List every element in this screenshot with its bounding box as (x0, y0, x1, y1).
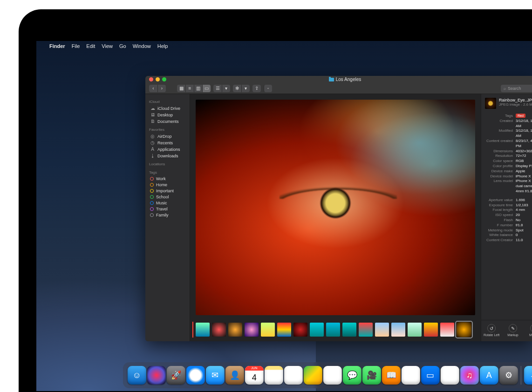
view-gallery-button[interactable]: ▭ (202, 85, 211, 92)
menu-app[interactable]: Finder (49, 43, 65, 49)
thumbnail[interactable] (342, 323, 356, 337)
sidebar-item-icloud-drive[interactable]: ☁iCloud Drive (148, 105, 187, 111)
action-group: ✻ ▾ (233, 85, 250, 92)
dock-notes[interactable] (265, 366, 283, 385)
metadata-block-2: Aperture value1.696Exposure time1/2,183F… (481, 198, 532, 243)
sidebar-tag-important[interactable]: Important (148, 188, 187, 194)
thumbnail[interactable] (375, 323, 389, 337)
sidebar-item-recents[interactable]: ◷Recents (148, 140, 187, 146)
markup-button[interactable]: ✎ Markup (505, 324, 521, 337)
arrange-button[interactable]: ☰ (213, 85, 222, 92)
menu-go[interactable]: Go (119, 43, 126, 49)
thumbnail[interactable] (440, 323, 454, 337)
sidebar-tag-work[interactable]: Work (148, 176, 187, 182)
thumbnail[interactable] (196, 323, 210, 337)
view-columns-button[interactable]: ▥ (194, 85, 202, 92)
image-preview[interactable] (196, 100, 475, 315)
dock-calendar[interactable]: JUN4 (245, 366, 264, 385)
dock-contacts[interactable]: 👤 (225, 366, 244, 385)
dock-downloads[interactable]: ⬇ (524, 366, 532, 385)
thumbnail[interactable] (245, 323, 259, 337)
sidebar-heading-favorites: Favorites (148, 128, 187, 132)
more-icon: ⋯ (530, 324, 532, 332)
thumbnail[interactable] (391, 323, 405, 337)
sidebar: iCloud ☁iCloud Drive 🖥Desktop 🗎Documents… (145, 94, 190, 341)
dock-launchpad[interactable]: 🚀 (167, 366, 185, 385)
appstore-icon: A (486, 371, 492, 380)
dock-news[interactable]: N (441, 366, 459, 385)
sidebar-item-label: Applications (157, 147, 180, 152)
arrange-menu[interactable]: ▾ (222, 85, 230, 92)
dock-appstore[interactable]: A (480, 366, 498, 385)
thumbnail[interactable] (408, 323, 422, 337)
sidebar-tag-school[interactable]: School (148, 194, 187, 200)
window-title: Los Angeles (329, 77, 361, 82)
filmstrip[interactable] (190, 321, 481, 341)
dock-preferences[interactable]: ⚙ (499, 366, 518, 385)
sidebar-item-label: Important (156, 189, 174, 193)
close-button[interactable] (149, 77, 153, 81)
dock-photos[interactable]: ✿ (323, 366, 342, 385)
back-button[interactable]: ‹ (149, 85, 157, 92)
dock-reminders[interactable]: ☑ (284, 366, 303, 385)
zoom-button[interactable] (162, 77, 166, 81)
thumbnail[interactable] (424, 323, 438, 337)
dock-finder[interactable]: ☺ (128, 366, 146, 385)
menu-window[interactable]: Window (133, 43, 151, 49)
action-menu[interactable]: ▾ (241, 85, 250, 92)
preferences-icon: ⚙ (505, 370, 512, 380)
dock-mail[interactable]: ✉ (206, 366, 225, 385)
dock-safari[interactable] (186, 366, 205, 385)
thumbnail-selected[interactable] (457, 322, 471, 337)
dock-ibooks[interactable]: 📖 (382, 366, 401, 385)
dock-siri[interactable] (147, 366, 166, 385)
menu-help[interactable]: Help (157, 43, 168, 49)
thumbnail[interactable] (228, 323, 242, 337)
finder-window: Los Angeles ‹ › ▦ ≡ ▥ ▭ ☰ ▾ (145, 76, 532, 341)
dock-itunes[interactable]: ♫ (460, 366, 479, 385)
metadata-value: No (516, 218, 532, 223)
tags-button[interactable]: ◦ (264, 85, 272, 92)
share-button[interactable]: ⇪ (252, 85, 261, 92)
sidebar-item-downloads[interactable]: ⭳Downloads (148, 153, 187, 159)
sidebar-tag-family[interactable]: Family (148, 212, 187, 218)
search-field[interactable]: ⌕ Search (501, 85, 532, 92)
dock-numbers[interactable]: ▥ (402, 366, 420, 385)
action-button[interactable]: ✻ (233, 85, 241, 92)
dock-maps[interactable] (304, 366, 322, 385)
thumbnail[interactable] (261, 323, 275, 337)
facetime-icon: 🎥 (367, 370, 377, 380)
sidebar-item-documents[interactable]: 🗎Documents (148, 118, 187, 124)
thumbnail[interactable] (293, 323, 307, 337)
sidebar-tag-music[interactable]: Music (148, 200, 187, 206)
thumbnail[interactable] (359, 323, 373, 337)
thumbnail[interactable] (277, 323, 291, 337)
keynote-icon: ▭ (426, 370, 434, 380)
sidebar-item-applications[interactable]: AApplications (148, 146, 187, 152)
metadata-row: F numberf/1.8 (485, 223, 532, 228)
forward-button[interactable]: › (157, 85, 166, 92)
view-list-button[interactable]: ≡ (185, 85, 194, 92)
reminders-icon: ☑ (290, 370, 297, 380)
minimize-button[interactable] (156, 77, 160, 81)
view-icons-button[interactable]: ▦ (177, 85, 185, 92)
downloads-icon: ⬇ (530, 370, 532, 380)
thumbnail[interactable] (310, 323, 324, 337)
menu-edit[interactable]: Edit (86, 43, 95, 49)
sidebar-item-label: Downloads (157, 154, 178, 158)
menu-view[interactable]: View (102, 43, 113, 49)
dock-keynote[interactable]: ▭ (421, 366, 440, 385)
sidebar-item-airdrop[interactable]: ◎AirDrop (148, 133, 187, 139)
rotate-left-button[interactable]: ↺ Rotate Left (483, 324, 500, 337)
metadata-row: Created3/12/18, 11:34 AM (485, 119, 532, 129)
dock-messages[interactable]: 💬 (343, 366, 361, 385)
sidebar-item-desktop[interactable]: 🖥Desktop (148, 112, 187, 118)
thumbnail[interactable] (326, 323, 340, 337)
sidebar-tag-home[interactable]: Home (148, 182, 187, 188)
more-button[interactable]: ⋯ More... (526, 324, 532, 337)
sidebar-tag-travel[interactable]: Travel (148, 206, 187, 212)
thumbnail[interactable] (212, 323, 226, 337)
window-titlebar[interactable]: Los Angeles (145, 76, 532, 83)
menu-file[interactable]: File (72, 43, 80, 49)
dock-facetime[interactable]: 🎥 (362, 366, 381, 385)
